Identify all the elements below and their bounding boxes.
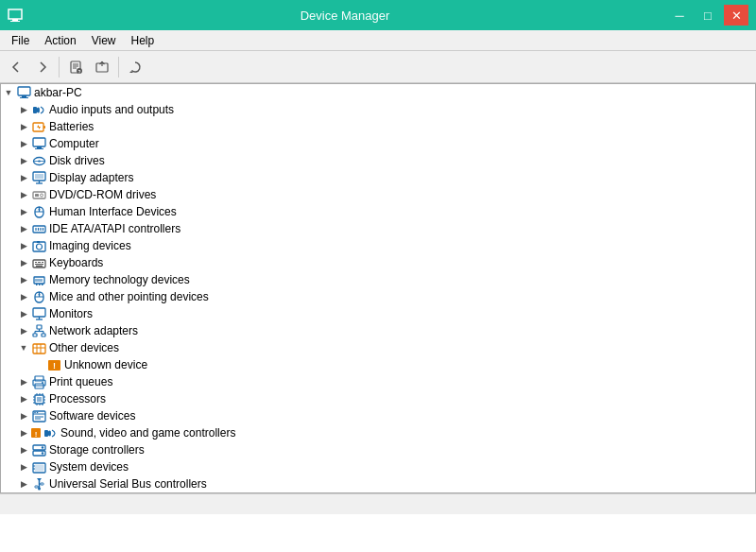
toggle-other[interactable]: ▼ [16,340,31,355]
software-icon [31,408,46,423]
svg-rect-41 [37,241,40,243]
list-item[interactable]: ▶ DVD/CD-ROM drives [1,186,755,203]
status-bar [0,493,756,514]
list-item[interactable]: ▶ Monitors [1,305,755,322]
list-item[interactable]: ▶ IDE ATA/ATAPI controllers [1,220,755,237]
memory-label: Memory technology devices [49,273,190,286]
toggle-dvd[interactable]: ▶ [16,187,31,202]
maximize-button[interactable]: □ [696,5,720,26]
update-driver-button[interactable] [90,55,114,79]
app-icon [8,8,23,23]
minimize-button[interactable]: ─ [667,5,692,26]
svg-rect-26 [35,174,43,179]
toggle-keyboards[interactable]: ▶ [16,255,31,270]
toggle-monitors[interactable]: ▶ [16,306,31,321]
display-icon [31,170,46,185]
list-item[interactable]: ▶ Network adapters [1,322,755,339]
properties-button[interactable]: ? [63,55,88,79]
list-item[interactable]: ▶ System devices [1,458,755,475]
list-item[interactable]: ▶ Software devices [1,407,755,424]
toggle-imaging[interactable]: ▶ [16,238,31,253]
toggle-system[interactable]: ▶ [16,459,31,474]
toggle-print[interactable]: ▶ [16,374,31,389]
system-icon [31,459,46,474]
toggle-disk[interactable]: ▶ [16,153,31,168]
sound-icon [43,425,58,440]
list-item[interactable]: ▶ ! Sound, video and game controllers [1,424,755,441]
svg-rect-1 [12,19,18,21]
svg-rect-0 [9,9,22,19]
toggle-software[interactable]: ▶ [16,408,31,423]
hid-icon [31,204,46,219]
monitors-icon [31,306,46,321]
list-item[interactable]: ▶ Memory technology devices [1,271,755,288]
toggle-network[interactable]: ▶ [16,323,31,338]
svg-point-33 [38,208,40,210]
list-item[interactable]: ▼ Other devices [1,339,755,356]
scan-button[interactable] [123,55,147,79]
svg-text:?: ? [78,68,81,74]
list-item[interactable]: ▶ Processors [1,390,755,407]
root-toggle[interactable]: ▼ [1,85,16,100]
list-item[interactable]: ▶ Keyboards [1,254,755,271]
list-item[interactable]: ▶ Audio inputs and outputs [1,101,755,118]
unknown-icon: ! [46,357,61,372]
toggle-memory[interactable]: ▶ [16,272,31,287]
menu-help[interactable]: Help [124,32,163,49]
toggle-sound[interactable]: ▶ [16,425,31,440]
disk-icon [31,153,46,168]
list-item[interactable]: ▶ Imaging devices [1,237,755,254]
list-item[interactable]: ▶ Disk drives [1,152,755,169]
list-item[interactable]: ▶ Print queues [1,373,755,390]
menu-file[interactable]: File [4,32,37,49]
menu-view[interactable]: View [84,32,124,49]
back-button[interactable] [4,55,28,79]
list-item[interactable]: ▶ Universal Serial Bus controllers [1,475,755,492]
svg-rect-49 [36,284,38,285]
toolbar-separator-2 [118,57,119,78]
svg-rect-114 [35,486,38,488]
toggle-mice[interactable]: ▶ [16,289,31,304]
imaging-icon [31,238,46,253]
batteries-icon [31,119,46,134]
device-tree[interactable]: ▼ akbar-PC ▶ Audio inputs and outputs ▶ [0,83,756,493]
storage-icon [31,442,46,457]
toggle-processors[interactable]: ▶ [16,391,31,406]
list-item[interactable]: ▶ Batteries [1,118,755,135]
toggle-audio[interactable]: ▶ [16,102,31,117]
toggle-ide[interactable]: ▶ [16,221,31,236]
list-item[interactable]: ▶ Storage controllers [1,441,755,458]
unknown-label: Unknown device [64,358,147,371]
menu-bar: File Action View Help [0,30,756,51]
svg-rect-81 [37,397,42,402]
forward-button[interactable] [30,55,55,79]
svg-rect-12 [22,95,26,97]
svg-rect-63 [37,325,42,329]
list-item[interactable]: ▶ Human Interface Devices [1,203,755,220]
svg-rect-102 [44,430,48,437]
list-item[interactable]: ▶ Computer [1,135,755,152]
toggle-storage[interactable]: ▶ [16,442,31,457]
toggle-display[interactable]: ▶ [16,170,31,185]
sound-label: Sound, video and game controllers [60,426,235,440]
list-item[interactable]: ▶ Mice and other pointing devices [1,288,755,305]
computer-label: Computer [49,137,99,150]
audio-label: Audio inputs and outputs [49,103,174,116]
computer-icon [31,136,46,151]
toggle-hid[interactable]: ▶ [16,204,31,219]
svg-point-79 [42,382,43,384]
toggle-computer[interactable]: ▶ [16,136,31,151]
list-item[interactable]: ▶ ! Unknown device [1,356,755,373]
toggle-usb[interactable]: ▶ [16,476,31,492]
tree-root[interactable]: ▼ akbar-PC [1,84,755,101]
other-label: Other devices [49,341,119,354]
menu-action[interactable]: Action [37,32,83,49]
print-icon [31,374,46,389]
batteries-label: Batteries [49,120,94,133]
software-label: Software devices [49,409,135,423]
list-item[interactable]: ▶ Display adapters [1,169,755,186]
close-button[interactable]: ✕ [724,5,748,26]
svg-point-116 [38,487,41,490]
toggle-batteries[interactable]: ▶ [16,119,31,134]
svg-rect-17 [33,138,45,147]
